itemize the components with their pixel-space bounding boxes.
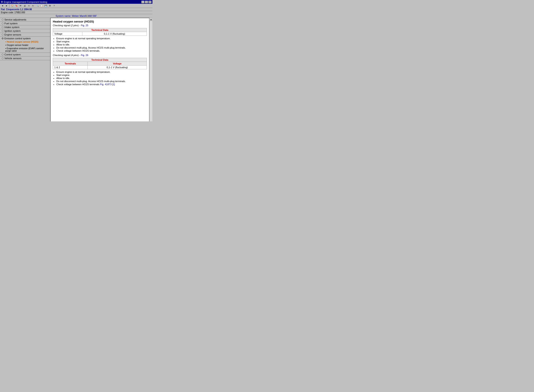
pin-count-1: 2 pins: [71, 24, 78, 27]
sidebar-label: Engine sensors: [5, 33, 21, 36]
minimize-button[interactable]: −: [141, 1, 144, 3]
sidebar-item-service-adjustments[interactable]: Service adjustments: [0, 18, 50, 21]
toolbar-btn1[interactable]: 🏠: [10, 4, 14, 8]
tech-table-1: Technical Data Voltage 0,1-1 V (fluctuat…: [53, 28, 147, 36]
engine-code-label: Engine code:: [1, 11, 14, 14]
toolbar-btn3[interactable]: ✉: [19, 4, 23, 8]
diamond-icon: [1, 30, 4, 32]
sidebar-label: Service adjustments: [5, 18, 26, 21]
bullet-item: Ensure engine is at normal operating tem…: [56, 71, 147, 73]
fig-ref-1: Fig. 25: [81, 24, 88, 27]
sidebar-label: Intake system: [5, 26, 19, 28]
table1-value: 0,1-1 V (fluctuating): [82, 32, 147, 36]
table1-header: Technical Data: [53, 28, 147, 32]
bullet-item: Start engine.: [56, 74, 147, 76]
sidebar-label: Ignition system: [5, 30, 20, 32]
toolbar-btn5[interactable]: A: [27, 4, 31, 8]
table2-voltage: 0,1-1 V (fluctuating): [88, 65, 147, 69]
sidebar-item-oxygen-heater[interactable]: • Oxygen sensor heater: [2, 43, 50, 47]
sidebar-label: Control system: [5, 53, 20, 56]
car-info-bar: Fiat Cinquecento 1,1 1994-98: [0, 8, 152, 11]
scroll-track[interactable]: [150, 21, 152, 121]
toolbar-back[interactable]: ◄: [0, 4, 5, 8]
toolbar-btn9[interactable]: 💾: [44, 4, 48, 8]
bullet-item: Do not disconnect multi-plug. Access HO2…: [56, 80, 147, 83]
sidebar-item-vehicle-sensors[interactable]: Vehicle sensors: [0, 56, 50, 60]
sidebar-item-control-system[interactable]: Control system: [0, 53, 50, 56]
sidebar-item-intake-system[interactable]: Intake system: [0, 25, 50, 29]
main-content: Heated oxygen sensor (HO2S) Checking sig…: [50, 18, 149, 121]
sidebar-item-evap[interactable]: • Evaporative emission (EVAP) canister p…: [2, 47, 50, 52]
sidebar-label: Emission control system: [5, 37, 31, 40]
sidebar-item-engine-sensors[interactable]: Engine sensors: [0, 33, 50, 36]
maximize-button[interactable]: □: [145, 1, 148, 3]
toolbar-btn2[interactable]: 🔖: [14, 4, 18, 8]
bullet-item: Check voltage between HO2S terminals Fig…: [56, 83, 147, 86]
toolbar-btn11[interactable]: ?: [52, 4, 56, 8]
sidebar-label: Vehicle sensors: [5, 57, 21, 60]
sidebar-item-ho2s[interactable]: • Heated oxygen sensor (HO2S): [2, 40, 50, 43]
diamond-icon: [1, 33, 4, 36]
bullet-item: Start engine.: [56, 40, 147, 43]
bullet-list-1: Ensure engine is at normal operating tem…: [56, 37, 147, 52]
toolbar-btn6[interactable]: A-: [31, 4, 35, 8]
diamond-icon: [1, 57, 4, 59]
title-bar: ⊞ Engine management Component testing − …: [0, 0, 152, 4]
sidebar: Service adjustments Fuel system Intake s…: [0, 18, 50, 121]
car-brand: Fiat: [1, 8, 5, 11]
toolbar: ◄ ► 🏠 🔖 ✉ 🖨 A A- 🔍 📋 💾 ⚙ ?: [0, 4, 152, 8]
sidebar-label: • Oxygen sensor heater: [5, 44, 28, 46]
system-name: Weber Marelli IAW 06F: [72, 14, 97, 17]
content-title: Heated oxygen sensor (HO2S): [53, 20, 147, 23]
toolbar-forward[interactable]: ►: [5, 4, 9, 8]
car-model: Cinquecento 1,1 1994-98: [6, 8, 32, 11]
sidebar-item-fuel-system[interactable]: Fuel system: [0, 22, 50, 25]
toolbar-separator: [9, 4, 9, 7]
engine-info-bar: Engine code: 176B2.000: [0, 11, 152, 14]
sidebar-label: • Heated oxygen sensor (HO2S): [5, 41, 38, 43]
app-icon: ⊞: [1, 0, 3, 3]
bullet-item: Allow to idle.: [56, 77, 147, 79]
bullet-item: Check voltage between HO2S terminals.: [56, 49, 147, 52]
tech-table-2: Technical Data Terminals Voltage 1 & 2 0…: [53, 58, 147, 69]
table1-label: Voltage: [53, 32, 82, 36]
signal-label: Checking signal (2 pins) -: [53, 24, 81, 27]
diamond-icon: [1, 26, 4, 28]
diamond-icon: [1, 37, 4, 40]
diamond-icon: [1, 53, 4, 56]
toolbar-btn4[interactable]: 🖨: [23, 4, 27, 8]
signal-label: Checking signal (4 pins) -: [53, 54, 81, 56]
table2-header: Technical Data: [53, 58, 147, 62]
table2-col1: Terminals: [53, 62, 88, 65]
bullet-item: Ensure engine is at normal operating tem…: [56, 37, 147, 40]
diamond-icon: [1, 22, 4, 24]
sidebar-item-emission-control[interactable]: Emission control system: [0, 37, 50, 40]
system-bar: System name: Weber Marelli IAW 06F: [0, 14, 152, 18]
diamond-icon: [1, 18, 4, 21]
pin-count-2: 4 pins: [71, 54, 78, 56]
fig-ref-2: Fig. 26: [81, 54, 88, 56]
checking-signal-2: Checking signal (4 pins) - Fig. 26: [53, 54, 147, 56]
table2-terminals: 1 & 2: [53, 65, 88, 69]
system-label: System name:: [56, 14, 71, 17]
content-scrollbar[interactable]: ▲ ▼: [149, 18, 152, 121]
close-button[interactable]: ✕: [148, 1, 151, 3]
toolbar-btn8[interactable]: 📋: [39, 4, 43, 8]
toolbar-btn7[interactable]: 🔍: [35, 4, 39, 8]
toolbar-btn10[interactable]: ⚙: [48, 4, 52, 8]
scroll-up-button[interactable]: ▲: [150, 18, 152, 21]
sidebar-label: • Evaporative emission (EVAP) canister p…: [5, 47, 49, 52]
sidebar-item-ignition-system[interactable]: Ignition system: [0, 29, 50, 33]
engine-code: 176B2.000: [14, 11, 25, 14]
title-bar-text: Engine management Component testing: [4, 1, 47, 3]
sidebar-label: Fuel system: [5, 22, 17, 25]
bullet-list-2: Ensure engine is at normal operating tem…: [56, 71, 147, 86]
table2-col2: Voltage: [88, 62, 147, 65]
checking-signal-1: Checking signal (2 pins) - Fig. 25: [53, 24, 147, 27]
bullet-item: Do not disconnect multi-plug. Access HO2…: [56, 46, 147, 49]
fig-link: Fig. 41873 [1]: [100, 83, 115, 86]
bullet-item: Allow to idle.: [56, 43, 147, 46]
